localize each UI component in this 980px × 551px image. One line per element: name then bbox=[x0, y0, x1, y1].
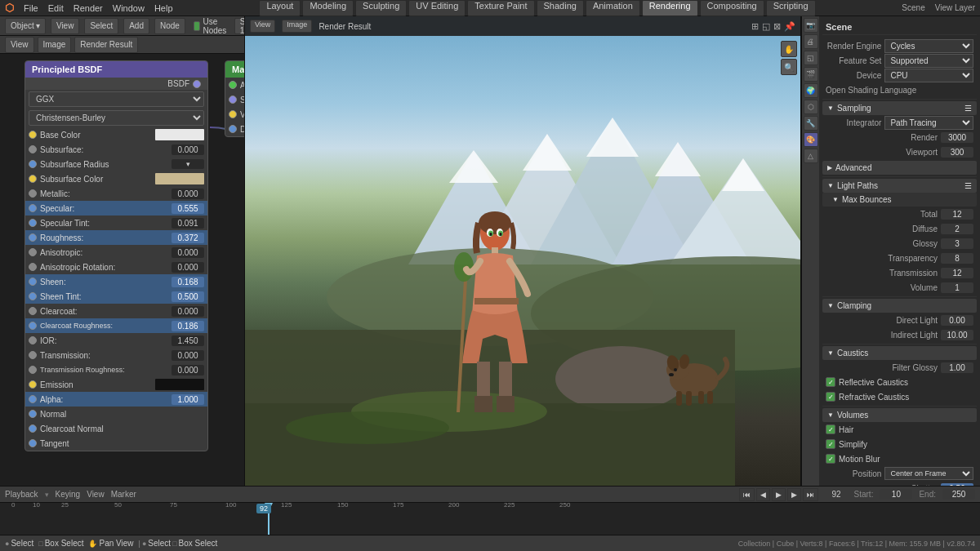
output-displacement-row[interactable]: Displacement bbox=[225, 122, 244, 136]
sampling-menu-icon[interactable]: ☰ bbox=[964, 104, 972, 113]
data-props-icon[interactable]: △ bbox=[804, 149, 818, 163]
menu-file[interactable]: File bbox=[24, 3, 38, 13]
view-timeline-label[interactable]: View bbox=[87, 490, 105, 499]
slot-dropdown[interactable]: Slot 1▾ bbox=[234, 18, 245, 34]
tab-sculpting[interactable]: Sculpting bbox=[355, 0, 407, 16]
transmission-row[interactable]: Transmission: 0.000 bbox=[25, 348, 207, 362]
subsurface-row[interactable]: Subsurface: 0.000 bbox=[25, 142, 207, 157]
material-props-icon[interactable]: 🎨 bbox=[804, 132, 818, 147]
node-btn[interactable]: Node bbox=[154, 18, 185, 34]
nodes-canvas[interactable]: Principled BSDF BSDF GGX Christensen-Bur… bbox=[0, 54, 244, 486]
viewport-icon-3[interactable]: ⊠ bbox=[773, 21, 781, 32]
view-btn[interactable]: View bbox=[51, 18, 80, 34]
menu-render[interactable]: Render bbox=[74, 3, 103, 13]
prev-frame-btn[interactable]: ◀ bbox=[756, 488, 770, 501]
sheen-tint-row[interactable]: Sheen Tint: 0.500 bbox=[25, 289, 207, 304]
specular-row[interactable]: Specular: 0.555 bbox=[25, 201, 207, 216]
integrator-dropdown[interactable]: Path Tracing bbox=[884, 116, 973, 130]
refractive-caustics-checkbox[interactable]: ✓ bbox=[826, 392, 835, 402]
clamping-section-header[interactable]: ▼ Clamping bbox=[822, 299, 977, 313]
object-mode-btn[interactable]: Object▾ bbox=[5, 18, 46, 34]
tab-uv-editing[interactable]: UV Editing bbox=[408, 0, 466, 16]
modifier-props-icon[interactable]: 🔧 bbox=[804, 116, 818, 131]
roughness-row[interactable]: Roughness: 0.372 bbox=[25, 230, 207, 245]
tab-scripting[interactable]: Scripting bbox=[766, 0, 816, 16]
output-surface-row[interactable]: Surface bbox=[225, 92, 244, 107]
principled-bsdf-node[interactable]: Principled BSDF BSDF GGX Christensen-Bur… bbox=[24, 60, 208, 451]
subsurface-color-row[interactable]: Subsurface Color bbox=[25, 171, 207, 186]
hair-checkbox[interactable]: ✓ bbox=[826, 424, 835, 434]
feature-set-dropdown[interactable]: Supported bbox=[884, 54, 973, 68]
output-props-icon[interactable]: 🖨 bbox=[804, 34, 818, 49]
viewport[interactable]: View Image Render Result ⊞ ◱ ⊠ 📌 bbox=[245, 16, 800, 486]
tab-layout[interactable]: Layout bbox=[259, 0, 301, 16]
base-color-swatch[interactable] bbox=[155, 129, 204, 140]
keying-label[interactable]: Keying bbox=[56, 490, 81, 499]
subsurface-color-swatch[interactable] bbox=[155, 173, 204, 184]
next-frame-btn[interactable]: ▶ bbox=[787, 488, 801, 501]
tab-modeling[interactable]: Modeling bbox=[302, 0, 354, 16]
select-btn-status[interactable]: Select bbox=[11, 539, 33, 548]
viewport-image-btn[interactable]: Image bbox=[282, 20, 312, 33]
viewport-icon-2[interactable]: ◱ bbox=[762, 21, 770, 32]
emission-swatch[interactable] bbox=[155, 379, 204, 390]
marker-label[interactable]: Marker bbox=[111, 490, 136, 499]
timeline-main[interactable]: 0 10 25 50 75 100 125 150 175 200 225 25… bbox=[0, 503, 980, 535]
normal-row[interactable]: Normal bbox=[25, 407, 207, 421]
menu-edit[interactable]: Edit bbox=[48, 3, 64, 13]
tangent-row[interactable]: Tangent bbox=[25, 436, 207, 451]
distribution-dropdown[interactable]: GGX bbox=[29, 91, 204, 107]
tab-texture-paint[interactable]: Texture Paint bbox=[467, 0, 534, 16]
position-dropdown[interactable]: Center on Frame bbox=[884, 467, 973, 480]
subsurface-radius-row[interactable]: Subsurface Radius ▾ bbox=[25, 157, 207, 171]
render-result-btn[interactable]: Render Result bbox=[74, 37, 138, 53]
jump-start-btn[interactable]: ⏮ bbox=[739, 488, 755, 501]
motion-blur-checkbox[interactable]: ✓ bbox=[826, 454, 835, 464]
object-props-icon[interactable]: ⬡ bbox=[804, 100, 818, 114]
sheen-row[interactable]: Sheen: 0.168 bbox=[25, 274, 207, 289]
view2-btn[interactable]: View bbox=[5, 37, 34, 53]
max-bounces-header[interactable]: ▼ Max Bounces bbox=[822, 193, 977, 207]
base-color-row[interactable]: Base Color bbox=[25, 127, 207, 142]
transmission-roughness-row[interactable]: Transmission Roughness: 0.000 bbox=[25, 362, 207, 377]
pan-view-btn[interactable]: Pan View bbox=[99, 539, 133, 548]
menu-help[interactable]: Help bbox=[154, 3, 173, 13]
advanced-section-header[interactable]: ▶ Advanced bbox=[822, 161, 977, 175]
reflective-caustics-checkbox[interactable]: ✓ bbox=[826, 377, 835, 387]
zoom-tool[interactable]: 🔍 bbox=[781, 59, 797, 75]
viewport-icon-pin[interactable]: 📌 bbox=[784, 21, 795, 32]
scene-props-icon[interactable]: 🎬 bbox=[804, 67, 818, 82]
hand-tool[interactable]: ✋ bbox=[781, 41, 797, 57]
output-volume-row[interactable]: Volume bbox=[225, 107, 244, 122]
viewport-icon-1[interactable]: ⊞ bbox=[751, 21, 759, 32]
view-layer-props-icon[interactable]: ◱ bbox=[804, 51, 818, 65]
ior-row[interactable]: IOR: 1.450 bbox=[25, 333, 207, 348]
viewport-view-btn[interactable]: View bbox=[250, 20, 275, 33]
volumes-section-header[interactable]: ▼ Volumes bbox=[822, 408, 977, 422]
caustics-section-header[interactable]: ▼ Caustics bbox=[822, 346, 977, 360]
alpha-row[interactable]: Alpha: 1.000 bbox=[25, 392, 207, 407]
select-btn[interactable]: Select bbox=[84, 18, 118, 34]
add-btn[interactable]: Add bbox=[123, 18, 149, 34]
play-btn[interactable]: ▶ bbox=[772, 488, 786, 501]
device-dropdown[interactable]: CPU bbox=[884, 69, 973, 82]
light-paths-section-header[interactable]: ▼ Light Paths ☰ bbox=[822, 179, 977, 193]
box-select-btn[interactable]: Box Select bbox=[45, 539, 84, 548]
render-engine-dropdown[interactable]: Cycles bbox=[884, 39, 973, 53]
world-props-icon[interactable]: 🌍 bbox=[804, 83, 818, 98]
box-select-btn2[interactable]: Box Select bbox=[179, 539, 218, 548]
menu-window[interactable]: Window bbox=[113, 3, 145, 13]
image-btn[interactable]: Image bbox=[38, 37, 72, 53]
use-nodes-checkbox[interactable] bbox=[194, 21, 201, 31]
tab-compositing[interactable]: Compositing bbox=[700, 0, 764, 16]
clearcoat-roughness-row[interactable]: Clearcoat Roughness: 0.186 bbox=[25, 318, 207, 333]
tab-shading[interactable]: Shading bbox=[537, 0, 584, 16]
clearcoat-row[interactable]: Clearcoat: 0.000 bbox=[25, 304, 207, 318]
emission-row[interactable]: Emission bbox=[25, 377, 207, 392]
output-all-row[interactable]: All bbox=[225, 78, 244, 92]
jump-end-btn[interactable]: ⏭ bbox=[803, 488, 818, 501]
tab-rendering[interactable]: Rendering bbox=[642, 0, 698, 16]
subsurface-method-dropdown[interactable]: Christensen-Burley bbox=[29, 110, 204, 126]
anisotropic-rotation-row[interactable]: Anisotropic Rotation: 0.000 bbox=[25, 260, 207, 274]
render-props-icon[interactable]: 📷 bbox=[804, 18, 818, 33]
